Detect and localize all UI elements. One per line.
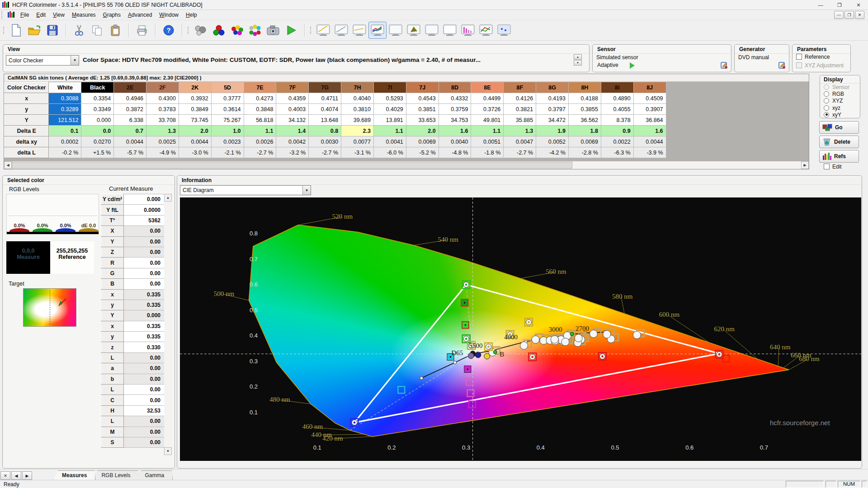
cell-5D-x[interactable]: 0.3777 (211, 93, 244, 104)
menu-view[interactable]: View (49, 10, 68, 19)
scroll-right-icon[interactable]: ▶ (801, 161, 809, 169)
sensor-rgb-icon[interactable] (210, 22, 228, 39)
cell-8I-deltaxy[interactable]: 0.0022 (601, 136, 633, 147)
generator-config-icon[interactable] (778, 61, 786, 70)
column-header-White[interactable]: White (49, 82, 81, 93)
save-file-icon[interactable] (43, 22, 61, 39)
cell-White-x[interactable]: 0.3088 (49, 93, 81, 104)
cut-icon[interactable] (70, 22, 88, 39)
cell-7H-deltaL[interactable]: -3.1 % (341, 147, 374, 158)
cm-value[interactable]: 5362 (124, 215, 165, 225)
cell-2F-DeltaE[interactable]: 1.3 (146, 126, 179, 136)
cell-8D-Y[interactable]: 34.753 (439, 115, 471, 126)
cell-8G-y[interactable]: 0.3797 (536, 104, 569, 115)
new-document-icon[interactable] (7, 22, 25, 39)
column-header-8J[interactable]: 8J (633, 82, 666, 93)
cell-Black-y[interactable]: 0.3349 (81, 104, 114, 115)
cell-8G-x[interactable]: 0.4193 (536, 93, 569, 104)
run-measures-icon[interactable] (282, 22, 300, 39)
chart-white-icon[interactable] (441, 22, 459, 39)
display-radio-xyz[interactable]: XYZ (820, 97, 860, 104)
cm-value[interactable]: 0.00 (124, 247, 165, 257)
cm-value[interactable]: 0.00 (124, 374, 165, 384)
cell-8J-deltaxy[interactable]: 0.0044 (633, 136, 666, 147)
cell-7G-deltaxy[interactable]: 0.0030 (309, 136, 341, 147)
column-header-8E[interactable]: 8E (471, 82, 504, 93)
cell-8I-Y[interactable]: 8.378 (601, 115, 633, 126)
menu-help[interactable]: Help (182, 10, 201, 19)
cell-7H-Y[interactable]: 39.689 (341, 115, 374, 126)
cell-7E-x[interactable]: 0.4273 (244, 93, 276, 104)
cell-8J-deltaL[interactable]: -3.9 % (633, 147, 666, 158)
cm-value[interactable]: 0.00 (124, 427, 165, 437)
cell-8F-deltaL[interactable]: -2.7 % (504, 147, 536, 158)
cell-Black-Y[interactable]: 0.000 (81, 115, 114, 126)
cell-8E-x[interactable]: 0.4499 (471, 93, 504, 104)
column-header-7F[interactable]: 7F (276, 82, 309, 93)
cell-8H-y[interactable]: 0.3855 (569, 104, 601, 115)
cell-8D-DeltaE[interactable]: 1.6 (439, 126, 471, 136)
chart-blue-icon[interactable] (495, 22, 513, 39)
column-header-7I[interactable]: 7I (373, 82, 406, 93)
cell-7F-Y[interactable]: 34.132 (276, 115, 309, 126)
print-icon[interactable] (133, 22, 151, 39)
cell-7J-deltaL[interactable]: -5.2 % (406, 147, 439, 158)
tab-measures[interactable]: Measures (53, 470, 95, 480)
cm-scroll-up-icon[interactable]: ▲ (164, 194, 172, 202)
cell-2E-DeltaE[interactable]: 0.7 (114, 126, 146, 136)
chart-display2-icon[interactable] (423, 22, 441, 39)
cell-White-Y[interactable]: 121.512 (49, 115, 81, 126)
cm-value[interactable]: 0.330 (124, 342, 165, 352)
cell-2K-x[interactable]: 0.3932 (179, 93, 211, 104)
cell-2E-x[interactable]: 0.4946 (114, 93, 146, 104)
cell-7J-DeltaE[interactable]: 2.0 (406, 126, 439, 136)
cm-value[interactable]: 0.000 (124, 194, 165, 205)
display-radio-xyy[interactable]: xyY (820, 111, 860, 118)
cm-value[interactable]: 0.0000 (124, 205, 165, 215)
cell-2K-DeltaE[interactable]: 2.0 (179, 126, 211, 136)
column-header-8H[interactable]: 8H (569, 82, 601, 93)
cell-2E-y[interactable]: 0.3872 (114, 104, 146, 115)
toolbar-grip[interactable] (188, 27, 190, 34)
cm-value[interactable]: 0.00 (124, 279, 165, 289)
cell-5D-y[interactable]: 0.3614 (211, 104, 244, 115)
cm-value[interactable]: 0.00 (124, 363, 165, 374)
cell-7F-deltaxy[interactable]: 0.0042 (276, 136, 309, 147)
chart-measures-icon[interactable] (368, 22, 387, 39)
cell-7G-y[interactable]: 0.4074 (309, 104, 341, 115)
cell-8G-DeltaE[interactable]: 1.9 (536, 126, 569, 136)
cell-White-deltaL[interactable]: -0.2 % (49, 147, 81, 158)
cm-value[interactable]: 0.00 (124, 416, 165, 427)
reference-checkbox-box[interactable] (796, 54, 802, 60)
cell-White-y[interactable]: 0.3289 (49, 104, 81, 115)
copy-icon[interactable] (88, 22, 106, 39)
cell-8H-DeltaE[interactable]: 1.8 (569, 126, 601, 136)
tabbar-next-icon[interactable]: ▶ (22, 471, 32, 480)
current-measure-scrollbar[interactable]: ▲ ▼ (164, 194, 172, 455)
cm-value[interactable]: 0.00 (124, 226, 165, 236)
cell-7J-y[interactable]: 0.3851 (406, 104, 439, 115)
sensor-balls2-icon[interactable] (246, 22, 264, 39)
capture-camera-icon[interactable] (264, 22, 282, 39)
cm-value[interactable]: 0.00 (124, 385, 165, 395)
cell-7I-DeltaE[interactable]: 1.1 (373, 126, 406, 136)
cell-7I-x[interactable]: 0.5293 (373, 93, 406, 104)
measure-table-hscrollbar[interactable]: ◀ ▶ (4, 161, 809, 169)
cell-8D-deltaL[interactable]: -4.8 % (439, 147, 471, 158)
cell-8J-y[interactable]: 0.3907 (633, 104, 666, 115)
cell-8G-Y[interactable]: 34.472 (536, 115, 569, 126)
column-header-2F[interactable]: 2F (146, 82, 179, 93)
cell-5D-deltaL[interactable]: -2.1 % (211, 147, 244, 158)
cm-value[interactable]: 0.00 (124, 258, 165, 268)
column-header-2E[interactable]: 2E (114, 82, 146, 93)
cell-5D-deltaxy[interactable]: 0.0023 (211, 136, 244, 147)
cm-value[interactable]: 32.53 (124, 405, 165, 416)
cell-7E-Y[interactable]: 56.818 (244, 115, 276, 126)
refs-button[interactable]: Refs (819, 150, 859, 163)
chart-luminance-icon[interactable] (314, 22, 332, 39)
cell-2E-deltaL[interactable]: -5.7 % (114, 147, 146, 158)
cell-7I-deltaL[interactable]: -6.0 % (373, 147, 406, 158)
mdi-restore-button[interactable]: ❐ (844, 11, 854, 19)
cell-7E-DeltaE[interactable]: 1.1 (244, 126, 276, 136)
view-selector-dropdown[interactable]: Color Checker ▼ (6, 55, 79, 66)
